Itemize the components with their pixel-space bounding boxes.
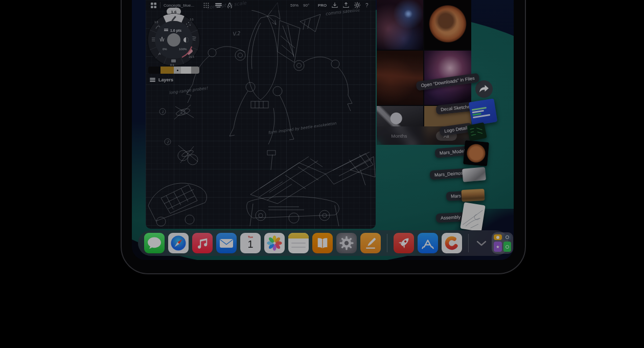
dock-app-calendar[interactable]: Tue 1 (240, 233, 261, 253)
safari-icon (168, 233, 189, 253)
photo-mars-landscape[interactable] (377, 51, 423, 105)
photos-app-window: Months All (377, 0, 471, 145)
layer-stack-icon[interactable] (215, 0, 222, 10)
dots-grid-icon[interactable] (203, 0, 209, 10)
palette-swatch-gray[interactable] (191, 67, 199, 74)
chevron-down-icon (476, 241, 487, 246)
share-arrow-button[interactable] (475, 80, 493, 98)
share-arrow-icon (479, 84, 489, 94)
zoom-level[interactable]: 59% (290, 0, 298, 10)
hamburger-icon (150, 78, 155, 82)
dock-divider (387, 234, 387, 252)
wallpaper-shade-left (132, 0, 147, 220)
dock-app-safari[interactable] (168, 233, 189, 253)
palette-swatch-white[interactable] (181, 67, 191, 74)
dock-app-rocket[interactable] (394, 233, 414, 253)
import-icon[interactable] (332, 0, 338, 10)
dock-app-photos[interactable] (264, 233, 285, 253)
dock-divider (468, 234, 469, 252)
ipad-screen: concept to scale comms satellite V.2 lon… (132, 0, 514, 260)
ipad-device: concept to scale comms satellite V.2 lon… (121, 0, 526, 274)
layers-label: Layers (158, 77, 173, 82)
pen-tool-icon[interactable] (227, 0, 233, 10)
rotation-value[interactable]: 90° (303, 0, 309, 10)
settings-gear-icon (336, 233, 357, 253)
concepts-app-window: concept to scale comms satellite V.2 lon… (146, 0, 376, 229)
dock-hide-chevron[interactable] (475, 233, 488, 253)
pro-badge[interactable]: PRO (318, 0, 327, 10)
annotation-beetle: form inspired by beetle exoskeleton (268, 121, 337, 135)
size-lower-right: 14.5 (189, 55, 194, 58)
app-library-mini-star: ★ (494, 242, 502, 252)
annotation-version: V.2 (232, 30, 241, 37)
notes-header (288, 233, 309, 238)
dock: Tue 1 (138, 230, 509, 256)
messages-icon (144, 233, 165, 253)
appstore-icon (418, 233, 438, 253)
tool-wheel[interactable]: 1.6 (146, 6, 203, 71)
opacity-max: 100% (179, 48, 187, 51)
palette-swatch-gold[interactable] (160, 67, 174, 74)
photos-filter-bar: Months All (377, 126, 471, 145)
dock-app-appstore[interactable] (418, 233, 438, 253)
dock-app-settings[interactable] (336, 233, 357, 253)
export-icon[interactable] (343, 0, 349, 10)
color-palette-strip[interactable] (148, 67, 199, 74)
photo-orion-nebula[interactable] (424, 51, 471, 105)
size-upper-left: 1.5 (154, 20, 158, 24)
app-library-mini-tips (494, 234, 502, 240)
mail-icon (216, 233, 237, 253)
calendar-day: 1 (240, 238, 261, 250)
annotation-probes: long-range probes! (169, 86, 209, 95)
annotation-num2: 2 (167, 140, 169, 144)
layers-panel-toggle[interactable]: Layers (150, 77, 173, 82)
dock-app-concepts[interactable] (442, 233, 462, 253)
photos-icon (264, 233, 285, 253)
photo-mars-globe[interactable] (424, 0, 471, 50)
dock-app-messages[interactable] (144, 233, 165, 253)
palette-swatch-black[interactable] (148, 67, 160, 74)
stage: concept to scale comms satellite V.2 lon… (0, 0, 644, 348)
books-icon (312, 233, 333, 253)
dock-app-mail[interactable] (216, 233, 237, 253)
dock-app-notes[interactable] (288, 233, 309, 253)
size-upper-right: 3.5 (190, 18, 194, 21)
dock-app-music[interactable] (192, 233, 213, 253)
tab-all[interactable]: All (436, 131, 457, 141)
concepts-c-icon (442, 233, 462, 253)
app-library-mini-camera (503, 234, 512, 240)
app-library-button[interactable]: ★ (492, 232, 513, 254)
settings-gear-icon[interactable] (354, 0, 360, 10)
dock-app-books[interactable] (312, 233, 333, 253)
help-icon[interactable]: ? (365, 0, 369, 10)
tab-months[interactable]: Months (391, 133, 407, 139)
opacity-min: 0% (163, 48, 167, 51)
photo-flame-nebula[interactable] (377, 0, 423, 50)
annotation-num1: 1 (162, 110, 164, 114)
color-puck[interactable] (167, 33, 180, 47)
palette-swatch-selected[interactable] (174, 67, 181, 74)
pages-pen-icon (360, 233, 381, 253)
app-library-mini-green (503, 242, 512, 252)
music-icon (192, 233, 213, 253)
dock-app-pages[interactable] (360, 233, 381, 253)
rocket-icon (394, 233, 414, 253)
stroke-width-label: 1.6 pts (170, 29, 181, 33)
